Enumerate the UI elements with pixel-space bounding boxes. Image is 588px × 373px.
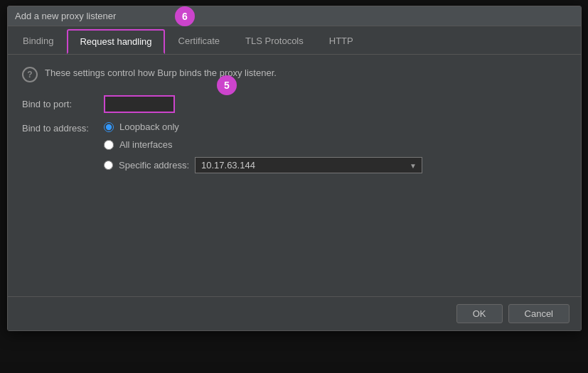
radio-loopback-label: Loopback only [119,121,179,132]
address-select-wrapper: 10.17.63.144 [195,157,422,173]
tab-tls-protocols[interactable]: TLS Protocols [233,29,316,54]
radio-all-row: All interfaces [104,139,422,150]
bind-address-label: Bind to address: [22,121,104,134]
radio-loopback-row: Loopback only [104,121,422,132]
bind-port-input[interactable] [104,95,175,113]
tab-binding[interactable]: Binding [11,29,65,54]
bind-port-row: Bind to port: [22,95,567,113]
dialog-add-proxy-listener: Add a new proxy listener Binding Request… [7,6,582,331]
address-select[interactable]: 10.17.63.144 [195,157,422,173]
dialog-title: Add a new proxy listener [15,11,116,21]
radio-specific-label: Specific address: [119,160,189,171]
radio-specific-address[interactable] [104,161,113,170]
dialog-footer: OK Cancel [8,296,581,330]
tab-http[interactable]: HTTP [317,29,365,54]
radio-all-interfaces-label: All interfaces [119,139,172,150]
tab-request-handling[interactable]: Request handling [67,29,164,54]
radio-all-interfaces[interactable] [104,140,114,150]
info-row: ? These settings control how Burp binds … [22,66,567,82]
info-text: These settings control how Burp binds th… [45,66,277,80]
bind-address-section: Bind to address: Loopback only All inter… [22,121,567,173]
radio-options: Loopback only All interfaces Specific ad… [104,121,422,173]
dialog-titlebar: Add a new proxy listener [8,6,581,26]
bind-port-label: Bind to port: [22,99,104,109]
radio-loopback[interactable] [104,122,114,132]
tab-certificate[interactable]: Certificate [166,29,232,54]
tab-bar: Binding Request handling Certificate TLS… [8,26,581,55]
radio-specific-row: Specific address: 10.17.63.144 [104,157,422,173]
info-icon: ? [22,67,38,82]
ok-button[interactable]: OK [456,304,503,323]
dialog-content: ? These settings control how Burp binds … [8,55,581,296]
cancel-button[interactable]: Cancel [508,304,570,323]
